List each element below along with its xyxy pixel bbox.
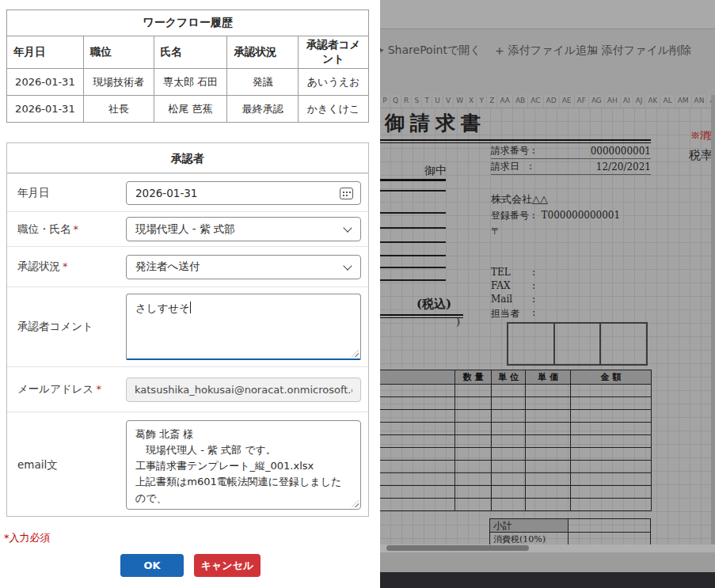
email-address-field[interactable] xyxy=(126,377,361,402)
item-row xyxy=(380,410,652,423)
calendar-icon[interactable] xyxy=(340,188,353,199)
invoice-date-label: 請求日 : xyxy=(491,160,553,173)
column-headers-row: P Q R S T U V W X Y Z AA AB AC AD AE AF … xyxy=(380,95,715,108)
column-header: AB xyxy=(513,95,528,108)
postal-mark: 〒 xyxy=(491,225,500,238)
bottom-bar xyxy=(380,572,715,588)
spreadsheet-header-area xyxy=(380,0,715,29)
ok-button[interactable]: OK xyxy=(120,554,184,577)
mail-label: Mail xyxy=(491,294,532,305)
column-header: W xyxy=(454,95,466,108)
tel-label: TEL xyxy=(491,267,532,278)
add-attachment-button[interactable]: + 添付ファイル追加 xyxy=(495,44,598,58)
registration-number-label: 登録番号 : xyxy=(491,210,535,221)
position-name-label: 職位・氏名* xyxy=(7,222,126,237)
fax-row: FAX : xyxy=(491,280,535,291)
approver-comment-label: 承認者コメント xyxy=(7,320,126,334)
colon: : xyxy=(532,294,535,305)
fax-label: FAX xyxy=(491,280,532,291)
item-row xyxy=(380,461,652,473)
column-header-position: 職位 xyxy=(83,36,154,69)
spreadsheet-background: ⟳ SharePointで開く + 添付ファイル追加 − 添付ファイル削除 P … xyxy=(380,0,715,588)
text-cursor xyxy=(190,302,191,313)
cell-date: 2026-01-31 xyxy=(7,96,84,123)
required-asterisk: * xyxy=(63,260,68,272)
invoice-no-value: 0000000001 xyxy=(553,146,651,157)
spreadsheet-toolbar: ⟳ SharePointで開く + 添付ファイル追加 − 添付ファイル削除 xyxy=(380,29,715,95)
plus-icon: + xyxy=(495,44,504,57)
invoice-date-value: 12/20/2021 xyxy=(553,161,651,173)
colon: : xyxy=(532,280,535,291)
cell-name: 松尾 芭蕉 xyxy=(154,96,227,123)
approver-comment-textarea[interactable]: さしすせそ xyxy=(126,294,361,360)
item-row xyxy=(380,499,652,511)
remove-attachment-button[interactable]: − 添付ファイル削除 xyxy=(588,44,691,58)
attention-underline xyxy=(380,179,446,181)
column-header: T xyxy=(422,95,432,108)
email-body-label: email文 xyxy=(7,458,126,472)
cell-status: 発議 xyxy=(227,69,299,96)
item-name-header xyxy=(380,370,455,385)
date-field[interactable] xyxy=(126,181,361,205)
close-paren: ) xyxy=(456,316,460,328)
table-row: 2026-01-31 現場技術者 専太郎 石田 発議 あいうえお xyxy=(7,69,369,96)
column-header: V xyxy=(443,95,454,108)
approval-status-selected-value: 発注者へ送付 xyxy=(135,260,200,274)
open-in-sharepoint-button[interactable]: ⟳ SharePointで開く xyxy=(380,44,481,58)
column-header: AA xyxy=(497,95,513,108)
item-row xyxy=(380,473,652,486)
form-row-approver-comment: 承認者コメント さしすせそ xyxy=(7,286,368,366)
colon: : xyxy=(532,307,535,321)
table-row: 2026-01-31 社長 松尾 芭蕉 最終承認 かきくけこ xyxy=(7,96,369,123)
tax-included-label: (税込) xyxy=(416,297,451,312)
invoice-no-label: 請求番号 : xyxy=(491,144,553,157)
cancel-button[interactable]: キャンセル xyxy=(194,554,261,577)
approval-status-label: 承認状況* xyxy=(7,260,126,274)
column-header: AH xyxy=(605,95,621,108)
cell-comment: あいうえお xyxy=(299,69,369,96)
approval-status-label-text: 承認状況 xyxy=(17,260,60,272)
invoice-sheet: 御請求書 請求番号 : 0000000001 請求日 : 12/20/2021 … xyxy=(380,108,715,544)
address-line xyxy=(380,227,446,229)
address-line xyxy=(380,241,446,243)
sheet-footer-area xyxy=(380,552,715,572)
address-line xyxy=(380,255,446,256)
resize-handle-icon[interactable] xyxy=(352,500,359,507)
item-row xyxy=(380,423,652,435)
registration-number-value: T000000000001 xyxy=(542,210,621,221)
column-header: AK xyxy=(645,95,660,108)
amount-header: 金 額 xyxy=(571,370,652,385)
column-header: AG xyxy=(589,95,605,108)
column-header: U xyxy=(432,95,443,108)
quantity-header: 数 量 xyxy=(455,370,492,385)
column-header: Q xyxy=(390,95,401,108)
email-body-textarea[interactable]: 葛飾 北斎 様 現場代理人 - 紫 式部 です。 工事請求書テンプレート_縦_0… xyxy=(126,420,361,510)
vertical-scrollbar[interactable] xyxy=(711,95,715,544)
cell-status: 最終承認 xyxy=(227,96,299,123)
position-name-select[interactable]: 現場代理人 - 紫 式部 xyxy=(126,217,361,241)
tax-rate-label: 税率 xyxy=(689,148,713,163)
email-address-label: メールアドレス* xyxy=(7,382,126,396)
cell-position: 社長 xyxy=(83,96,154,123)
resize-handle-icon[interactable] xyxy=(352,350,359,357)
column-header: AE xyxy=(560,95,575,108)
item-row xyxy=(380,448,652,461)
column-header: AN xyxy=(692,95,708,108)
horizontal-scrollbar[interactable] xyxy=(380,544,715,552)
contact-person-row: 担当者 : xyxy=(491,307,535,321)
cell-name: 専太郎 石田 xyxy=(154,69,227,96)
approval-status-select[interactable]: 発注者へ送付 xyxy=(126,255,361,279)
invoice-totals: 小計 消費税(10%) xyxy=(489,518,651,547)
address-line xyxy=(380,279,446,281)
open-in-sharepoint-label: SharePointで開く xyxy=(388,44,481,58)
column-header: Z xyxy=(487,95,497,108)
column-header: S xyxy=(412,95,422,108)
total-underline xyxy=(380,314,463,318)
form-row-email-body: email文 葛飾 北斎 様 現場代理人 - 紫 式部 です。 工事請求書テンプ… xyxy=(7,412,368,518)
scrollbar-thumb[interactable] xyxy=(386,545,529,551)
workflow-history-title: ワークフロー履歴 xyxy=(7,10,369,36)
minus-icon: − xyxy=(588,44,598,57)
column-header-name: 氏名 xyxy=(154,36,227,69)
colon: : xyxy=(532,267,535,278)
form-row-email-address: メールアドレス* xyxy=(7,366,368,412)
